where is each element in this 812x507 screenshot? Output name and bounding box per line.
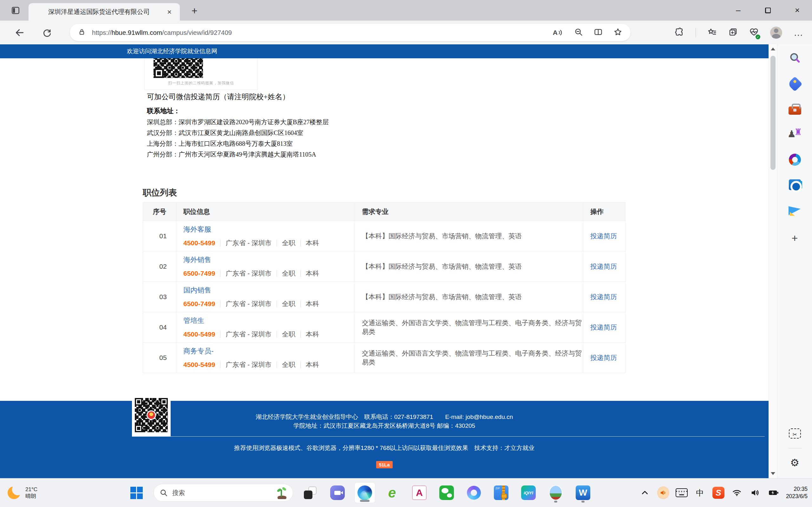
window-minimize-button[interactable]: –: [723, 0, 753, 20]
tech-support-link[interactable]: 才立方就业: [504, 445, 535, 451]
apply-link[interactable]: 投递简历: [590, 324, 617, 331]
footer-address-line: 学院地址：武汉市江夏区藏龙岛开发区杨桥湖大道8号 邮编：430205: [0, 422, 768, 430]
job-salary: 4500-5499: [183, 331, 215, 338]
job-type: 全职: [282, 330, 295, 339]
task-view-button[interactable]: [300, 483, 320, 503]
apply-link[interactable]: 投递简历: [590, 232, 617, 239]
job-degree: 本科: [306, 330, 319, 339]
job-number: 05: [143, 343, 176, 373]
sidebar-outlook-icon[interactable]: [786, 176, 803, 193]
access-button[interactable]: A: [409, 483, 429, 503]
restore-icon: [765, 8, 771, 13]
job-title-link[interactable]: 海外销售: [183, 255, 355, 265]
iqiyi-button[interactable]: iQIYI: [518, 483, 539, 503]
table-row: 01 海外客服 4500-5499 广东省 - 深圳市 全职 本科: [143, 221, 625, 251]
new-tab-button[interactable]: +: [188, 4, 201, 17]
favorites-hub-icon[interactable]: [707, 27, 717, 38]
job-title-link[interactable]: 海外客服: [183, 225, 355, 234]
scrollbar-down-icon[interactable]: [771, 472, 775, 475]
back-icon[interactable]: [13, 26, 26, 39]
col-header-action: 操作: [583, 203, 625, 221]
weather-widget[interactable]: 21°C晴朗: [4, 481, 41, 504]
ime-indicator[interactable]: 中: [694, 486, 706, 500]
word-button[interactable]: W: [573, 483, 593, 503]
scrollbar-up-icon[interactable]: [771, 48, 775, 50]
tab-close-icon[interactable]: ×: [164, 7, 175, 17]
teams-chat-button[interactable]: [327, 483, 348, 503]
clock-time: 20:35: [786, 486, 808, 493]
apply-link[interactable]: 投递简历: [590, 263, 617, 270]
taskbar-search-box[interactable]: 搜索: [154, 484, 293, 502]
job-section-title: 职位列表: [143, 187, 177, 199]
tray-sound-app-icon[interactable]: [657, 486, 669, 500]
zoom-out-icon[interactable]: [574, 27, 583, 38]
running-app-indicator: [581, 501, 585, 503]
sidebar-add-icon[interactable]: +: [786, 230, 803, 246]
split-screen-icon[interactable]: [594, 27, 603, 38]
wifi-icon[interactable]: [731, 486, 743, 500]
job-salary: 6500-7499: [183, 300, 215, 308]
access-icon: A: [412, 486, 426, 500]
sidebar-drop-icon[interactable]: [786, 202, 803, 219]
scrollbar-thumb[interactable]: [770, 56, 775, 170]
apply-link[interactable]: 投递简历: [590, 293, 617, 300]
site-banner: 欢迎访问湖北经济学院就业信息网: [0, 44, 768, 58]
job-location: 广东省 - 深圳市: [225, 299, 271, 308]
51la-badge[interactable]: 51La: [376, 461, 392, 468]
loop-button[interactable]: [464, 483, 484, 503]
browser-tab[interactable]: 深圳洋星通运国际货运代理有限公司 ×: [29, 3, 180, 20]
job-majors: 【本科】国际经济与贸易、市场营销、物流管理、英语: [355, 282, 583, 312]
job-number: 01: [143, 221, 176, 251]
job-type: 全职: [282, 360, 295, 369]
table-row: 03 国内销售 6500-7499 广东省 - 深圳市 全职 本科: [143, 282, 625, 312]
job-salary: 4500-5499: [183, 239, 215, 247]
wechat-button[interactable]: [437, 483, 457, 503]
photos-button[interactable]: [546, 483, 566, 503]
job-majors: 【本科】国际经济与贸易、市场营销、物流管理、英语: [355, 221, 583, 251]
job-title-link[interactable]: 国内销售: [183, 285, 355, 295]
contact-heading: 联系地址：: [147, 107, 180, 115]
volume-icon[interactable]: [749, 486, 761, 500]
tray-clock[interactable]: 20:35 2023/6/5: [786, 486, 808, 500]
sidebar-microsoft365-icon[interactable]: [786, 152, 803, 168]
contact-line: 深圳总部：深圳市罗湖区建设路2020号南方证券大厦B座27楼整层: [147, 118, 328, 126]
sidebar-settings-icon[interactable]: ⚙: [786, 454, 803, 471]
extensions-icon[interactable]: [675, 27, 684, 38]
read-aloud-icon[interactable]: A: [553, 29, 563, 37]
sidebar-web-capture-icon[interactable]: ✂: [786, 425, 803, 442]
settings-more-icon[interactable]: …: [794, 30, 804, 36]
start-button[interactable]: [126, 483, 147, 503]
lock-icon[interactable]: [78, 28, 86, 37]
job-title-link[interactable]: 管培生: [183, 316, 355, 326]
collections-icon[interactable]: [728, 27, 738, 38]
contact-line: 广州分部：广州市天河区华夏路49号津滨腾越大厦南塔1105A: [147, 150, 316, 159]
sidebar-search-icon[interactable]: [786, 50, 803, 66]
sidebar-tools-icon[interactable]: [786, 101, 803, 117]
window-restore-button[interactable]: [753, 0, 782, 20]
tab-actions-icon[interactable]: [8, 4, 23, 17]
meta-divider: [220, 331, 220, 338]
tray-chevron-icon[interactable]: [639, 486, 651, 500]
apply-link[interactable]: 投递简历: [590, 354, 617, 361]
zip-tool-button[interactable]: ZIP: [491, 483, 511, 503]
sogou-input-icon[interactable]: S: [712, 486, 724, 500]
search-placeholder: 搜索: [172, 489, 272, 497]
favorite-star-icon[interactable]: [613, 27, 622, 38]
touch-keyboard-icon[interactable]: [676, 486, 688, 500]
footer-divider: [132, 436, 765, 437]
edge-browser-button[interactable]: [355, 483, 375, 503]
address-bar[interactable]: https://hbue.91wllm.com/campus/view/id/9…: [70, 24, 630, 41]
battery-icon[interactable]: [768, 486, 780, 500]
job-table: 序号 职位信息 需求专业 操作 01 海外客服 4500-5499: [143, 202, 625, 373]
window-close-button[interactable]: ×: [782, 0, 812, 20]
job-title-link[interactable]: 商务专员-: [183, 346, 355, 356]
moon-weather-icon: [8, 485, 21, 500]
sidebar-games-icon[interactable]: ♟♜: [786, 126, 803, 142]
profile-avatar[interactable]: [770, 26, 782, 39]
refresh-icon[interactable]: [41, 26, 53, 39]
browser-essentials-icon[interactable]: ✓: [749, 27, 759, 38]
job-number: 03: [143, 282, 176, 312]
360-browser-button[interactable]: e: [382, 483, 402, 503]
sidebar-shopping-icon[interactable]: [786, 76, 803, 92]
page-scrollbar[interactable]: [768, 44, 777, 478]
